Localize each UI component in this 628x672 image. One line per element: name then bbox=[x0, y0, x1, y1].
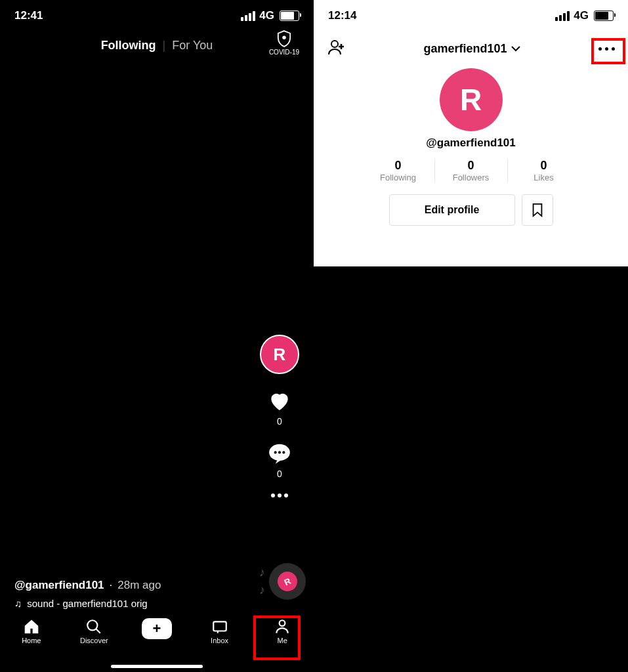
highlight-me-tab bbox=[253, 616, 301, 660]
likes-label: Likes bbox=[508, 173, 580, 182]
edit-row: Edit profile bbox=[314, 194, 628, 226]
status-bar: 12:41 4G bbox=[0, 0, 314, 26]
sound-disc-area: ♪♪ R bbox=[259, 563, 306, 600]
comment-count: 0 bbox=[277, 469, 282, 479]
tab-home[interactable]: Home bbox=[5, 618, 58, 644]
following-label: Following bbox=[362, 173, 434, 182]
tab-inbox-label: Inbox bbox=[211, 637, 228, 644]
tab-home-label: Home bbox=[22, 637, 41, 644]
network-label: 4G bbox=[574, 9, 589, 22]
video-caption: @gamerfiend101 · 28m ago bbox=[14, 579, 161, 592]
stats-row: 0 Following 0 Followers 0 Likes bbox=[314, 159, 628, 182]
clock: 12:14 bbox=[328, 9, 356, 22]
edit-profile-button[interactable]: Edit profile bbox=[389, 194, 515, 226]
feed-topbar: Following | For You COVID-19 bbox=[0, 26, 314, 64]
svg-point-3 bbox=[278, 451, 281, 453]
svg-rect-7 bbox=[213, 621, 226, 631]
plus-icon: + bbox=[142, 618, 172, 639]
signal-icon bbox=[241, 11, 255, 21]
svg-point-5 bbox=[88, 620, 98, 630]
profile-header: gamerfiend101 bbox=[314, 26, 628, 64]
avatar-letter: R bbox=[460, 82, 482, 117]
tab-following[interactable]: Following bbox=[101, 39, 156, 52]
stat-following[interactable]: 0 Following bbox=[362, 159, 434, 182]
tab-separator: | bbox=[163, 39, 166, 52]
inbox-icon bbox=[211, 618, 228, 635]
caption-time: 28m ago bbox=[117, 579, 161, 592]
bookmark-icon bbox=[531, 203, 544, 217]
sound-disc[interactable]: R bbox=[269, 563, 306, 600]
svg-line-6 bbox=[96, 629, 101, 633]
heart-icon bbox=[267, 388, 292, 413]
highlight-more-button bbox=[591, 38, 625, 64]
battery-icon bbox=[280, 10, 299, 21]
covid-label: COVID-19 bbox=[269, 49, 299, 56]
following-count: 0 bbox=[362, 159, 434, 173]
caption-user[interactable]: @gamerfiend101 bbox=[14, 579, 104, 592]
chevron-down-icon bbox=[511, 45, 520, 52]
add-friends-button[interactable] bbox=[327, 38, 345, 59]
shield-icon bbox=[277, 30, 291, 47]
search-icon bbox=[85, 618, 102, 635]
author-avatar[interactable]: R bbox=[260, 335, 299, 374]
clock: 12:41 bbox=[14, 9, 43, 22]
floating-notes-icon: ♪♪ bbox=[259, 566, 265, 597]
network-label: 4G bbox=[259, 9, 274, 22]
svg-point-2 bbox=[274, 451, 277, 453]
disc-letter: R bbox=[283, 576, 293, 587]
username-text: gamerfiend101 bbox=[423, 42, 507, 56]
svg-point-4 bbox=[282, 451, 285, 453]
profile-avatar[interactable]: R bbox=[440, 68, 503, 131]
add-person-icon bbox=[327, 38, 345, 56]
profile-screen: 12:14 4G gamerfiend101 R @gamerfiend101 … bbox=[314, 0, 628, 266]
username-dropdown[interactable]: gamerfiend101 bbox=[423, 42, 520, 56]
likes-count: 0 bbox=[508, 159, 580, 173]
avatar-letter: R bbox=[274, 345, 286, 365]
share-button[interactable] bbox=[271, 494, 288, 497]
stat-likes[interactable]: 0 Likes bbox=[508, 159, 580, 182]
like-button[interactable]: 0 bbox=[267, 388, 292, 427]
tab-discover-label: Discover bbox=[80, 637, 108, 644]
comment-button[interactable]: 0 bbox=[267, 441, 292, 479]
signal-icon bbox=[555, 11, 570, 21]
status-right: 4G bbox=[241, 9, 299, 22]
home-icon bbox=[23, 618, 40, 635]
sound-row[interactable]: ♫ sound - gamerfiend101 orig bbox=[14, 598, 148, 609]
status-right: 4G bbox=[555, 9, 614, 22]
stat-followers[interactable]: 0 Followers bbox=[434, 159, 508, 182]
status-bar: 12:14 4G bbox=[314, 0, 628, 26]
battery-icon bbox=[594, 10, 614, 21]
music-note-icon: ♫ bbox=[14, 598, 22, 609]
edit-profile-label: Edit profile bbox=[425, 204, 480, 216]
feed-screen: 12:41 4G Following | For You COVID-19 R bbox=[0, 0, 314, 672]
followers-label: Followers bbox=[435, 173, 507, 182]
tab-inbox[interactable]: Inbox bbox=[194, 618, 246, 644]
followers-count: 0 bbox=[435, 159, 507, 173]
tab-create[interactable]: + bbox=[131, 618, 183, 639]
action-rail: R 0 0 bbox=[260, 335, 299, 497]
covid-button[interactable]: COVID-19 bbox=[269, 30, 299, 56]
home-indicator bbox=[111, 665, 203, 668]
svg-point-0 bbox=[282, 35, 286, 39]
comment-icon bbox=[267, 441, 292, 466]
bookmarks-button[interactable] bbox=[522, 194, 553, 226]
profile-handle: @gamerfiend101 bbox=[314, 136, 628, 150]
sound-text: sound - gamerfiend101 orig bbox=[27, 598, 147, 609]
svg-point-10 bbox=[331, 41, 338, 47]
tab-foryou[interactable]: For You bbox=[172, 39, 213, 52]
tab-discover[interactable]: Discover bbox=[68, 618, 120, 644]
like-count: 0 bbox=[277, 416, 282, 427]
